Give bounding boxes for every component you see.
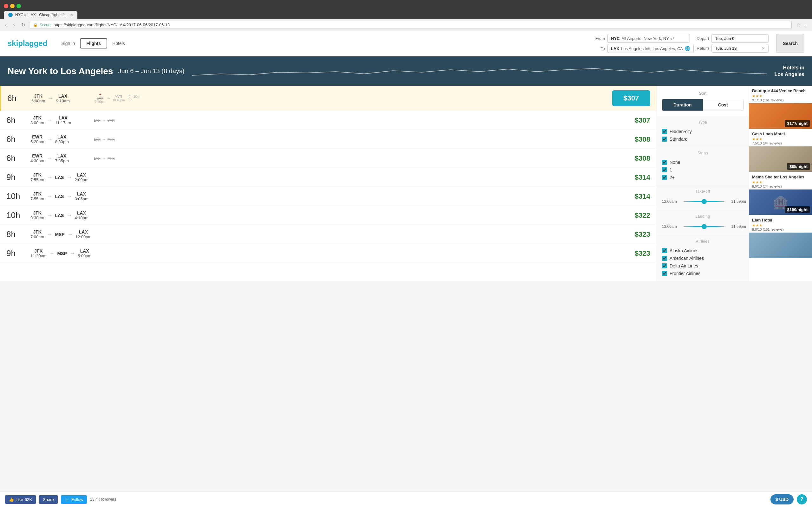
flight-route: EWR 5:20pm → LAX 8:30pm xyxy=(31,134,94,144)
sort-cost-button[interactable]: Cost xyxy=(703,99,744,111)
via-code: LAS xyxy=(55,194,64,199)
back-button[interactable]: ‹ xyxy=(3,21,9,29)
table-row[interactable]: 6h JFK 6:00am → LAX 9:10am ✈ LAX 7:40pm xyxy=(0,86,657,111)
sign-in-button[interactable]: Sign in xyxy=(61,41,75,46)
flight-stops: LAX → YVR xyxy=(94,118,625,123)
maximize-button[interactable] xyxy=(16,4,21,8)
filter-none-stops[interactable]: None xyxy=(662,158,744,166)
logo: skiplagged xyxy=(8,39,47,48)
landing-slider[interactable] xyxy=(683,226,724,227)
depart-date-input[interactable]: Tue, Jun 6 xyxy=(711,34,768,43)
filter-american[interactable]: American Airlines xyxy=(662,255,744,262)
flight-route: JFK 8:00am → LAX 11:17am xyxy=(31,115,94,125)
one-stop-checkbox[interactable] xyxy=(662,167,667,172)
table-row[interactable]: 6h EWR 4:30pm → LAX 7:35pm LAX → PHX $30… xyxy=(0,149,657,168)
table-row[interactable]: 9h JFK 7:55am → LAS → LAX 2:09pm $314 xyxy=(0,168,657,187)
filter-delta[interactable]: Delta Air Lines xyxy=(662,262,744,270)
swap-icon[interactable]: ⇄ xyxy=(671,36,675,41)
clear-return-icon[interactable]: ✕ xyxy=(762,46,765,51)
hero-hotels-link[interactable]: Hotels inLos Angeles xyxy=(774,65,804,78)
alaska-checkbox[interactable] xyxy=(662,248,667,253)
filter-two-plus-stops[interactable]: 2+ xyxy=(662,174,744,181)
filter-frontier[interactable]: Frontier Airlines xyxy=(662,270,744,277)
forward-button[interactable]: › xyxy=(11,21,16,29)
flight-duration: 10h xyxy=(6,210,26,220)
depart-row: Depart Tue, Jun 6 xyxy=(696,34,768,43)
stops-filter-section: Stops None 1 2+ xyxy=(657,147,749,185)
flight-origin: JFK 7:55am xyxy=(31,191,44,201)
flight-dest: LAX 2:09pm xyxy=(74,172,88,182)
sort-duration-button[interactable]: Duration xyxy=(662,99,703,111)
tab-bar: NYC to LAX - Cheap flights fr... ✕ xyxy=(4,11,808,19)
hotel-rating: 8.8/10 (151 reviews) xyxy=(749,228,812,233)
origin-time: 4:30pm xyxy=(31,158,44,163)
american-checkbox[interactable] xyxy=(662,256,667,261)
flight-stop-via: LAS xyxy=(55,194,64,199)
hidden-city-checkbox[interactable] xyxy=(662,129,667,134)
table-row[interactable]: 6h JFK 8:00am → LAX 11:17am LAX → YVR $3… xyxy=(0,111,657,130)
route-arrow: → xyxy=(47,117,52,124)
flight-dest: LAX 11:17am xyxy=(55,115,71,125)
frontier-checkbox[interactable] xyxy=(662,271,667,276)
flight-duration: 10h xyxy=(6,191,26,201)
takeoff-filter-section: Take-off 12:00am 11:59pm xyxy=(657,185,749,210)
filter-alaska[interactable]: Alaska Airlines xyxy=(662,247,744,255)
flight-route: JFK 7:55am → LAS → LAX 3:05pm xyxy=(31,191,94,201)
from-input[interactable]: NYC All Airports, New York, NY ⇄ xyxy=(607,34,690,43)
list-item[interactable]: Boutique 444 Venice Beach ★★★ 9.1/10 (16… xyxy=(749,86,812,129)
two-plus-checkbox[interactable] xyxy=(662,175,667,180)
menu-icon[interactable]: ⋮ xyxy=(803,21,809,29)
flight-route: JFK 9:30am → LAS → LAX 4:10pm xyxy=(31,210,94,220)
filter-standard[interactable]: Standard xyxy=(662,135,744,143)
table-row[interactable]: 8h JFK 7:00am → MSP → LAX 12:00pm $323 xyxy=(0,225,657,244)
list-item[interactable]: Mama Shelter Los Angeles ★★★ 8.9/10 (74 … xyxy=(749,172,812,215)
table-row[interactable]: 10h JFK 9:30am → LAS → LAX 4:10pm $322 xyxy=(0,206,657,225)
origin-time: 7:55am xyxy=(31,196,44,201)
return-label: Return xyxy=(696,46,709,51)
takeoff-label: Take-off xyxy=(662,189,744,193)
table-row[interactable]: 9h JFK 11:30am → MSP → LAX 5:00pm $323 xyxy=(0,244,657,263)
flight-stop-via: LAS xyxy=(55,175,64,180)
filter-one-stop[interactable]: 1 xyxy=(662,166,744,174)
flight-stops: ✈ LAX 7:40pm → YVR 10:40pm 6h 10m 3h xyxy=(95,93,612,104)
from-label: From xyxy=(592,36,605,41)
none-stops-checkbox[interactable] xyxy=(662,160,667,165)
delta-checkbox[interactable] xyxy=(662,263,667,268)
airlines-filter-section: Airlines Alaska Airlines American Airlin… xyxy=(657,235,749,281)
standard-checkbox[interactable] xyxy=(662,136,667,142)
stop-arrow: → xyxy=(102,156,106,161)
dest-time: 9:10am xyxy=(56,99,69,103)
dest-code: LAX xyxy=(55,134,68,139)
dest-code: LAX xyxy=(74,191,88,196)
filter-hidden-city[interactable]: Hidden-city xyxy=(662,128,744,135)
close-button[interactable] xyxy=(4,4,8,8)
list-item[interactable]: Elan Hotel ★★★ 8.8/10 (151 reviews) xyxy=(749,215,812,258)
logo-skip: skip xyxy=(8,39,23,48)
browser-toolbar: ‹ › ↻ 🔒 Secure https://skiplagged.com/fl… xyxy=(0,19,812,31)
search-button[interactable]: Search xyxy=(776,34,804,53)
flight-duration: 6h xyxy=(6,115,26,125)
takeoff-slider[interactable] xyxy=(683,201,724,202)
minimize-button[interactable] xyxy=(10,4,14,8)
dest-code: LAX xyxy=(55,115,71,120)
active-tab[interactable]: NYC to LAX - Cheap flights fr... ✕ xyxy=(4,11,78,19)
flights-button[interactable]: Flights xyxy=(80,38,107,49)
route-arrow: → xyxy=(47,174,52,181)
flight-duration: 6h xyxy=(7,94,26,103)
origin-code: EWR xyxy=(31,153,44,158)
price-button[interactable]: $307 xyxy=(612,90,650,106)
address-bar[interactable]: 🔒 Secure https://skiplagged.com/flights/… xyxy=(30,21,792,29)
tab-close-icon[interactable]: ✕ xyxy=(70,13,73,17)
route-arrow: → xyxy=(48,95,53,102)
flight-price: $308 xyxy=(625,154,650,163)
to-input[interactable]: LAX Los Angeles Intl, Los Angeles, CA 🌐 xyxy=(607,44,694,53)
two-plus-label: 2+ xyxy=(670,175,675,180)
bookmark-icon[interactable]: ☆ xyxy=(796,22,801,28)
return-date-input[interactable]: Tue, Jun 13 ✕ xyxy=(711,44,768,53)
table-row[interactable]: 6h EWR 5:20pm → LAX 8:30pm LAX → PHX $30… xyxy=(0,130,657,149)
list-item[interactable]: Casa Luan Motel ★★★ 7.5/10 (34 reviews) … xyxy=(749,129,812,172)
reload-button[interactable]: ↻ xyxy=(19,21,27,29)
hotel-price-badge: $177/night xyxy=(785,120,810,127)
table-row[interactable]: 10h JFK 7:55am → LAS → LAX 3:05pm $314 xyxy=(0,187,657,206)
hotels-button[interactable]: Hotels xyxy=(112,41,125,46)
